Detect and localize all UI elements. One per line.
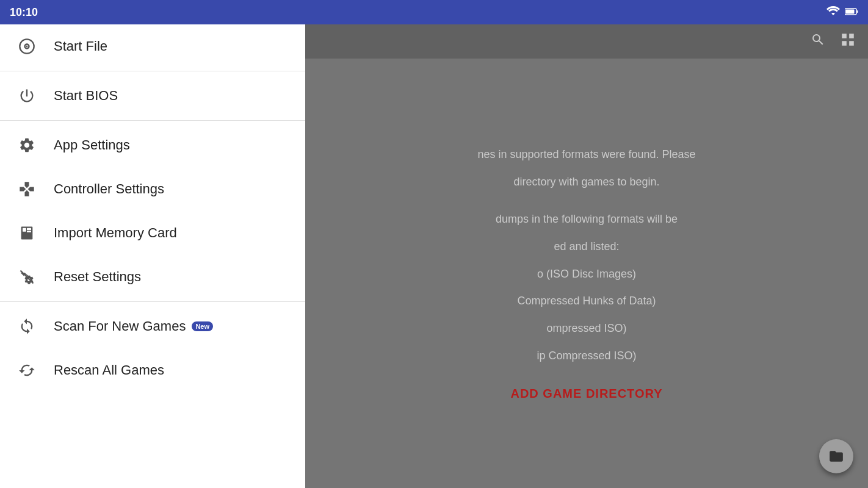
add-game-directory-button[interactable]: ADD GAME DIRECTORY — [510, 387, 662, 401]
sidebar-item-rescan-all-games[interactable]: Rescan All Games — [0, 348, 305, 392]
gamepad-icon — [15, 177, 39, 201]
sidebar-item-start-file[interactable]: Start File — [0, 24, 305, 68]
content-format1: o (ISO Disc Images) — [537, 265, 636, 283]
divider-1 — [0, 71, 305, 71]
content-line5: ed and listed: — [554, 238, 619, 256]
refresh-icon — [15, 314, 39, 339]
content-line1: nes in supported formats were found. Ple… — [477, 146, 695, 163]
content-format4: ip Compressed ISO) — [537, 347, 636, 365]
no-layer-icon — [15, 265, 39, 289]
controller-settings-label: Controller Settings — [54, 181, 164, 197]
rescan-all-games-label: Rescan All Games — [54, 362, 164, 378]
disc-icon — [15, 34, 39, 59]
refresh-once-icon — [15, 358, 39, 382]
sidebar-item-reset-settings[interactable]: Reset Settings — [0, 255, 305, 299]
memory-card-icon — [15, 221, 39, 245]
status-bar: 10:10 — [0, 0, 868, 24]
new-badge: New — [192, 321, 213, 331]
fab-folder-button[interactable] — [819, 439, 853, 473]
svg-rect-8 — [27, 228, 31, 230]
sidebar-item-scan-for-new-games[interactable]: Scan For New Games New — [0, 304, 305, 348]
import-memory-card-label: Import Memory Card — [54, 225, 177, 241]
svg-rect-7 — [23, 228, 26, 231]
scan-for-new-games-label: Scan For New Games — [54, 318, 186, 334]
sidebar-item-app-settings[interactable]: App Settings — [0, 123, 305, 167]
app-settings-label: App Settings — [54, 137, 130, 153]
battery-icon — [845, 6, 858, 19]
search-icon[interactable] — [811, 32, 825, 51]
svg-rect-9 — [27, 231, 31, 232]
power-icon — [15, 84, 39, 108]
status-icons — [826, 5, 858, 20]
start-bios-label: Start BIOS — [54, 88, 118, 104]
svg-point-5 — [26, 45, 28, 47]
content-line2: directory with games to begin. — [513, 173, 659, 191]
status-time: 10:10 — [10, 6, 38, 19]
divider-2 — [0, 120, 305, 121]
sidebar-item-import-memory-card[interactable]: Import Memory Card — [0, 211, 305, 255]
content-line4: dumps in the following formats will be — [496, 210, 678, 228]
sidebar: Start File Start BIOS App Settings — [0, 24, 305, 488]
content-format3: ompressed ISO) — [546, 320, 626, 337]
start-file-label: Start File — [54, 38, 107, 54]
main-layout: nes in supported formats were found. Ple… — [0, 24, 868, 488]
gear-icon — [15, 133, 39, 157]
svg-rect-1 — [846, 9, 855, 13]
wifi-icon — [826, 5, 840, 20]
svg-rect-2 — [857, 10, 858, 13]
content-format2: Compressed Hunks of Data) — [517, 292, 656, 310]
sidebar-item-controller-settings[interactable]: Controller Settings — [0, 167, 305, 211]
divider-3 — [0, 301, 305, 302]
sidebar-item-start-bios[interactable]: Start BIOS — [0, 74, 305, 118]
reset-settings-label: Reset Settings — [54, 269, 141, 285]
grid-icon[interactable] — [840, 32, 856, 51]
